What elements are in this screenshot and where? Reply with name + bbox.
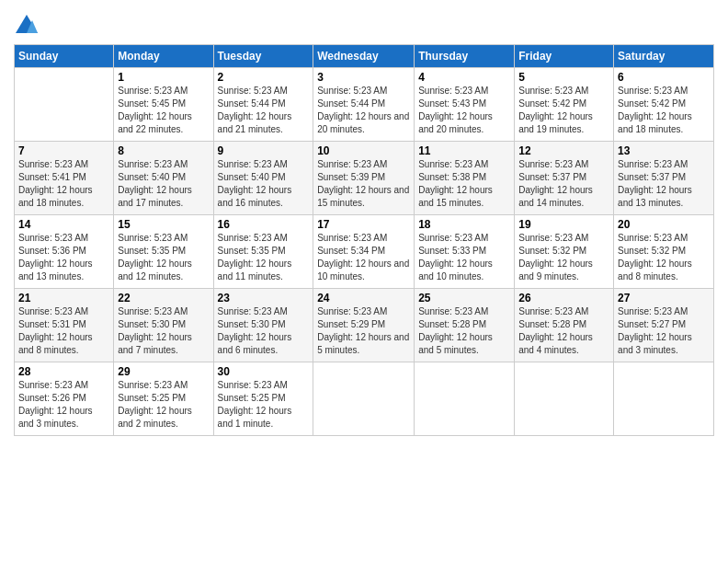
calendar-cell: 24Sunrise: 5:23 AM Sunset: 5:29 PM Dayli…: [313, 289, 415, 362]
calendar-cell: 19Sunrise: 5:23 AM Sunset: 5:32 PM Dayli…: [515, 215, 614, 289]
calendar-cell: 22Sunrise: 5:23 AM Sunset: 5:30 PM Dayli…: [114, 289, 213, 362]
day-number: 26: [518, 292, 609, 304]
day-number: 5: [518, 71, 609, 84]
calendar-cell: 2Sunrise: 5:23 AM Sunset: 5:44 PM Daylig…: [213, 68, 313, 142]
day-info: Sunrise: 5:23 AM Sunset: 5:43 PM Dayligh…: [418, 85, 510, 136]
page-header: [14, 9, 714, 39]
day-number: 14: [18, 218, 109, 231]
day-info: Sunrise: 5:23 AM Sunset: 5:29 PM Dayligh…: [317, 305, 410, 357]
day-number: 3: [317, 71, 410, 84]
day-number: 8: [118, 144, 209, 157]
calendar-cell: 9Sunrise: 5:23 AM Sunset: 5:40 PM Daylig…: [213, 142, 313, 215]
day-number: 29: [118, 365, 209, 378]
calendar-cell: 28Sunrise: 5:23 AM Sunset: 5:26 PM Dayli…: [15, 362, 114, 436]
calendar-cell: [515, 362, 614, 436]
calendar-cell: 20Sunrise: 5:23 AM Sunset: 5:32 PM Dayli…: [614, 215, 714, 289]
day-info: Sunrise: 5:23 AM Sunset: 5:42 PM Dayligh…: [618, 85, 710, 136]
header-thursday: Thursday: [415, 45, 515, 68]
calendar-cell: 1Sunrise: 5:23 AM Sunset: 5:45 PM Daylig…: [114, 68, 213, 142]
day-info: Sunrise: 5:23 AM Sunset: 5:39 PM Dayligh…: [317, 158, 410, 210]
day-number: 1: [118, 71, 209, 84]
calendar-cell: 30Sunrise: 5:23 AM Sunset: 5:25 PM Dayli…: [213, 362, 313, 436]
calendar-table: SundayMondayTuesdayWednesdayThursdayFrid…: [14, 44, 714, 436]
calendar-cell: 11Sunrise: 5:23 AM Sunset: 5:38 PM Dayli…: [415, 142, 515, 215]
calendar-cell: 6Sunrise: 5:23 AM Sunset: 5:42 PM Daylig…: [614, 68, 714, 142]
header-tuesday: Tuesday: [213, 45, 313, 68]
day-number: 7: [18, 144, 109, 157]
day-info: Sunrise: 5:23 AM Sunset: 5:28 PM Dayligh…: [418, 305, 510, 357]
day-info: Sunrise: 5:23 AM Sunset: 5:31 PM Dayligh…: [18, 305, 109, 357]
day-number: 9: [218, 144, 310, 157]
day-number: 10: [317, 144, 410, 157]
calendar-week-row: 14Sunrise: 5:23 AM Sunset: 5:36 PM Dayli…: [15, 215, 714, 289]
header-saturday: Saturday: [614, 45, 714, 68]
day-info: Sunrise: 5:23 AM Sunset: 5:37 PM Dayligh…: [618, 158, 710, 210]
day-number: 24: [317, 292, 410, 304]
header-sunday: Sunday: [15, 45, 114, 68]
calendar-cell: 12Sunrise: 5:23 AM Sunset: 5:37 PM Dayli…: [515, 142, 614, 215]
day-info: Sunrise: 5:23 AM Sunset: 5:40 PM Dayligh…: [118, 158, 209, 210]
calendar-cell: [614, 362, 714, 436]
day-info: Sunrise: 5:23 AM Sunset: 5:30 PM Dayligh…: [218, 305, 310, 357]
calendar-cell: 8Sunrise: 5:23 AM Sunset: 5:40 PM Daylig…: [114, 142, 213, 215]
day-number: 22: [118, 292, 209, 304]
day-number: 30: [218, 365, 310, 378]
calendar-cell: 17Sunrise: 5:23 AM Sunset: 5:34 PM Dayli…: [313, 215, 415, 289]
day-info: Sunrise: 5:23 AM Sunset: 5:38 PM Dayligh…: [418, 158, 510, 210]
day-info: Sunrise: 5:23 AM Sunset: 5:34 PM Dayligh…: [317, 232, 410, 283]
calendar-cell: 4Sunrise: 5:23 AM Sunset: 5:43 PM Daylig…: [415, 68, 515, 142]
day-number: 18: [418, 218, 510, 231]
day-info: Sunrise: 5:23 AM Sunset: 5:33 PM Dayligh…: [418, 232, 510, 283]
day-number: 19: [518, 218, 609, 231]
day-number: 2: [218, 71, 310, 84]
calendar-cell: 15Sunrise: 5:23 AM Sunset: 5:35 PM Dayli…: [114, 215, 213, 289]
day-info: Sunrise: 5:23 AM Sunset: 5:35 PM Dayligh…: [218, 232, 310, 283]
logo-icon: [14, 13, 40, 39]
day-number: 27: [618, 292, 710, 304]
day-number: 21: [18, 292, 109, 304]
day-info: Sunrise: 5:23 AM Sunset: 5:25 PM Dayligh…: [118, 379, 209, 431]
header-friday: Friday: [515, 45, 614, 68]
calendar-cell: 10Sunrise: 5:23 AM Sunset: 5:39 PM Dayli…: [313, 142, 415, 215]
header-monday: Monday: [114, 45, 213, 68]
day-info: Sunrise: 5:23 AM Sunset: 5:32 PM Dayligh…: [618, 232, 710, 283]
calendar-week-row: 21Sunrise: 5:23 AM Sunset: 5:31 PM Dayli…: [15, 289, 714, 362]
calendar-cell: [15, 68, 114, 142]
calendar-cell: 3Sunrise: 5:23 AM Sunset: 5:44 PM Daylig…: [313, 68, 415, 142]
day-info: Sunrise: 5:23 AM Sunset: 5:28 PM Dayligh…: [518, 305, 609, 357]
day-info: Sunrise: 5:23 AM Sunset: 5:25 PM Dayligh…: [218, 379, 310, 431]
day-number: 15: [118, 218, 209, 231]
day-number: 28: [18, 365, 109, 378]
day-info: Sunrise: 5:23 AM Sunset: 5:27 PM Dayligh…: [618, 305, 710, 357]
day-info: Sunrise: 5:23 AM Sunset: 5:26 PM Dayligh…: [18, 379, 109, 431]
calendar-cell: 14Sunrise: 5:23 AM Sunset: 5:36 PM Dayli…: [15, 215, 114, 289]
calendar-week-row: 28Sunrise: 5:23 AM Sunset: 5:26 PM Dayli…: [15, 362, 714, 436]
calendar-cell: 13Sunrise: 5:23 AM Sunset: 5:37 PM Dayli…: [614, 142, 714, 215]
day-info: Sunrise: 5:23 AM Sunset: 5:36 PM Dayligh…: [18, 232, 109, 283]
calendar-cell: [415, 362, 515, 436]
day-number: 4: [418, 71, 510, 84]
calendar-cell: 29Sunrise: 5:23 AM Sunset: 5:25 PM Dayli…: [114, 362, 213, 436]
day-number: 13: [618, 144, 710, 157]
day-number: 23: [218, 292, 310, 304]
day-info: Sunrise: 5:23 AM Sunset: 5:41 PM Dayligh…: [18, 158, 109, 210]
calendar-cell: [313, 362, 415, 436]
day-number: 25: [418, 292, 510, 304]
calendar-cell: 23Sunrise: 5:23 AM Sunset: 5:30 PM Dayli…: [213, 289, 313, 362]
day-info: Sunrise: 5:23 AM Sunset: 5:30 PM Dayligh…: [118, 305, 209, 357]
calendar-cell: 16Sunrise: 5:23 AM Sunset: 5:35 PM Dayli…: [213, 215, 313, 289]
day-info: Sunrise: 5:23 AM Sunset: 5:35 PM Dayligh…: [118, 232, 209, 283]
day-info: Sunrise: 5:23 AM Sunset: 5:45 PM Dayligh…: [118, 85, 209, 136]
day-number: 6: [618, 71, 710, 84]
day-info: Sunrise: 5:23 AM Sunset: 5:44 PM Dayligh…: [317, 85, 410, 136]
calendar-week-row: 7Sunrise: 5:23 AM Sunset: 5:41 PM Daylig…: [15, 142, 714, 215]
calendar-cell: 27Sunrise: 5:23 AM Sunset: 5:27 PM Dayli…: [614, 289, 714, 362]
calendar-cell: 21Sunrise: 5:23 AM Sunset: 5:31 PM Dayli…: [15, 289, 114, 362]
day-info: Sunrise: 5:23 AM Sunset: 5:42 PM Dayligh…: [518, 85, 609, 136]
calendar-cell: 5Sunrise: 5:23 AM Sunset: 5:42 PM Daylig…: [515, 68, 614, 142]
calendar-week-row: 1Sunrise: 5:23 AM Sunset: 5:45 PM Daylig…: [15, 68, 714, 142]
day-number: 16: [218, 218, 310, 231]
day-number: 20: [618, 218, 710, 231]
day-info: Sunrise: 5:23 AM Sunset: 5:40 PM Dayligh…: [218, 158, 310, 210]
calendar-cell: 26Sunrise: 5:23 AM Sunset: 5:28 PM Dayli…: [515, 289, 614, 362]
